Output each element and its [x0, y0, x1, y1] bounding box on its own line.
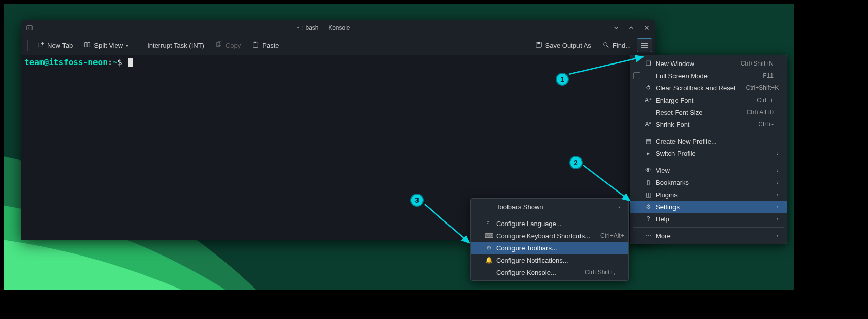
menu-item-shortcut: Ctrl+Alt+0: [736, 109, 777, 116]
settings-submenu: Toolbars Shown›🏳Configure Language...⌨Co…: [470, 198, 629, 281]
menu-separator: [633, 227, 784, 228]
menu-item[interactable]: Reset Font SizeCtrl+Alt+0: [630, 106, 787, 118]
menu-item-shortcut: Ctrl+-: [748, 121, 777, 128]
split-view-button[interactable]: Split View ▾: [79, 39, 134, 52]
shrink-font-icon: Aᴬ: [642, 121, 654, 128]
svg-point-10: [604, 42, 607, 46]
menu-separator: [633, 133, 784, 133]
chevron-right-icon: ›: [777, 179, 785, 185]
menu-item[interactable]: 👁View›: [630, 164, 787, 176]
help-icon: ?: [642, 215, 654, 222]
menu-item[interactable]: 🏳Configure Language...: [471, 217, 628, 230]
menu-item[interactable]: A⁺Enlarge FontCtrl++: [630, 94, 787, 106]
toolbars-icon: ⚙: [483, 244, 494, 251]
menu-item[interactable]: ⚙Configure Toolbars...: [471, 242, 628, 254]
menu-item[interactable]: ◫Plugins›: [630, 188, 787, 201]
menu-item-label: Configure Language...: [494, 220, 605, 228]
menu-item-label: View: [654, 167, 763, 174]
language-icon: 🏳: [483, 220, 494, 227]
menu-item[interactable]: AᴬShrink FontCtrl+-: [630, 118, 787, 131]
new-tab-button[interactable]: New Tab: [32, 39, 78, 52]
keyboard-icon: ⌨: [483, 232, 494, 239]
find-button[interactable]: Find...: [597, 39, 636, 52]
menu-item-label: Help: [654, 215, 763, 223]
annotation-arrow-1: [568, 55, 649, 83]
menu-item[interactable]: ❐New WindowCtrl+Shift+N: [630, 57, 787, 70]
svg-line-13: [425, 204, 469, 243]
copy-icon: [215, 41, 222, 50]
chevron-down-icon: ▾: [126, 43, 128, 48]
menu-item-label: Clear Scrollback and Reset: [654, 84, 736, 92]
tab-new-icon: [37, 41, 44, 50]
chevron-right-icon: ›: [777, 204, 785, 210]
paste-label: Paste: [262, 42, 279, 49]
maximize-button[interactable]: [627, 23, 636, 33]
copy-button[interactable]: Copy: [210, 39, 246, 52]
menu-item-shortcut: Ctrl+Shift+,: [574, 269, 618, 276]
menu-item[interactable]: ⋯More›: [630, 230, 787, 242]
menu-item-label: Configure Keyboard Shortcuts...: [494, 232, 590, 240]
menu-item-shortcut: Ctrl+Shift+K: [736, 84, 782, 91]
menu-item-label: Shrink Font: [654, 121, 748, 129]
hamburger-menu-button[interactable]: [637, 38, 652, 52]
menu-item[interactable]: ▯Bookmarks›: [630, 176, 787, 188]
menu-item-label: More: [654, 232, 763, 240]
enlarge-font-icon: A⁺: [642, 97, 654, 104]
menu-item-shortcut: Ctrl++: [747, 97, 777, 104]
menu-item[interactable]: ⛶Full Screen ModeF11: [630, 70, 787, 82]
notifications-icon: 🔔: [483, 257, 494, 264]
menu-item-shortcut: F11: [753, 72, 777, 79]
toolbar-separator: [138, 40, 138, 51]
menu-item[interactable]: ⚙Settings›: [630, 201, 787, 213]
menu-item[interactable]: ⥀Clear Scrollback and ResetCtrl+Shift+K: [630, 82, 787, 94]
menu-item[interactable]: ▸Switch Profile›: [630, 147, 787, 160]
chevron-right-icon: ›: [777, 167, 785, 173]
prompt-path: ~: [112, 57, 117, 67]
menu-item-label: Create New Profile...: [654, 138, 763, 145]
toolbar: New Tab Split View ▾ Interrupt Task (INT…: [21, 36, 655, 55]
switch-profile-icon: ▸: [642, 150, 654, 157]
save-output-button[interactable]: Save Output As: [530, 39, 596, 52]
minimize-button[interactable]: [612, 23, 621, 33]
menu-item-shortcut: Ctrl+Shift+N: [730, 60, 777, 67]
save-output-label: Save Output As: [545, 42, 591, 49]
menu-item-label: Switch Profile: [654, 150, 763, 157]
chevron-right-icon: ›: [777, 150, 785, 156]
toolbar-separator: [27, 40, 28, 51]
clear-icon: ⥀: [642, 84, 654, 91]
split-view-label: Split View: [94, 42, 123, 49]
menu-item-label: Plugins: [654, 191, 763, 199]
menu-item-label: Enlarge Font: [654, 97, 747, 104]
view-icon: 👁: [642, 167, 654, 174]
svg-rect-9: [537, 42, 540, 44]
paste-button[interactable]: Paste: [247, 39, 284, 52]
menu-item[interactable]: Configure Konsole...Ctrl+Shift+,: [471, 266, 628, 278]
svg-line-12: [583, 165, 630, 201]
paste-icon: [252, 41, 259, 50]
menu-separator: [633, 162, 784, 162]
prompt-colon: :: [108, 57, 113, 67]
desktop-background: ~ : bash — Konsole New Tab Split View ▾ …: [4, 4, 794, 290]
menu-item[interactable]: ▤Create New Profile...: [630, 135, 787, 147]
menu-item-shortcut: Ctrl+Alt+,: [590, 232, 629, 239]
annotation-arrow-2: [582, 164, 635, 205]
svg-rect-3: [88, 42, 90, 47]
window-title: ~ : bash — Konsole: [36, 24, 612, 31]
chevron-right-icon: ›: [777, 233, 785, 239]
menu-item[interactable]: 🔔Configure Notifications...: [471, 254, 628, 266]
svg-rect-2: [85, 42, 87, 47]
menu-item[interactable]: ?Help›: [630, 213, 787, 225]
prompt-sigil: $: [117, 57, 122, 67]
interrupt-button[interactable]: Interrupt Task (INT): [142, 40, 209, 51]
more-icon: ⋯: [642, 232, 654, 239]
app-menu-icon[interactable]: [21, 24, 36, 31]
menu-item-label: Bookmarks: [654, 179, 763, 186]
menu-item-label: Settings: [654, 203, 763, 211]
settings-icon: ⚙: [642, 203, 654, 210]
menu-item-label: Configure Notifications...: [494, 257, 605, 264]
hamburger-icon: [640, 41, 649, 49]
close-button[interactable]: [642, 23, 651, 33]
chevron-right-icon: ›: [777, 192, 785, 198]
menu-item[interactable]: ⌨Configure Keyboard Shortcuts...Ctrl+Alt…: [471, 230, 628, 242]
svg-rect-7: [255, 41, 257, 43]
